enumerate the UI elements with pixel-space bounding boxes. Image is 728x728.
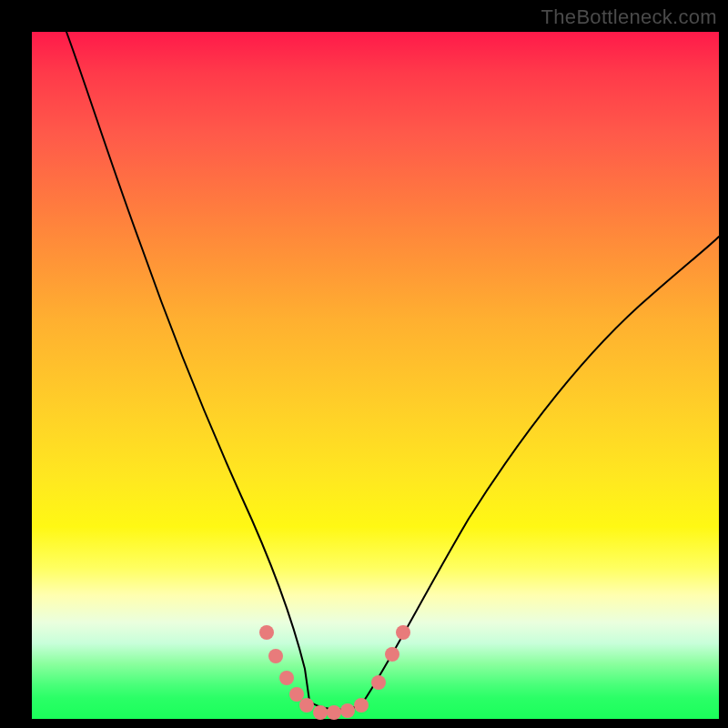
marker-point [268, 649, 283, 663]
markers [259, 625, 410, 720]
plot-area [32, 32, 719, 719]
marker-point [259, 625, 274, 640]
marker-point [385, 647, 399, 662]
marker-point [289, 687, 304, 702]
curve-svg [32, 32, 719, 719]
marker-point [313, 705, 328, 720]
curve-right [364, 237, 719, 701]
marker-point [371, 675, 386, 690]
marker-point [340, 703, 355, 718]
watermark-label: TheBottleneck.com [541, 5, 717, 29]
marker-point [299, 698, 314, 713]
marker-point [354, 698, 369, 713]
marker-point [279, 671, 294, 685]
curve-left [66, 32, 309, 701]
chart-frame: TheBottleneck.com [0, 0, 728, 728]
marker-point [327, 705, 341, 720]
marker-point [396, 625, 410, 640]
